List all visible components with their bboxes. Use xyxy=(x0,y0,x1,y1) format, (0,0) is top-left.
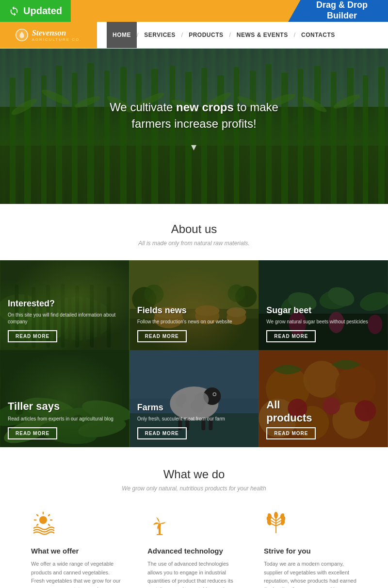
hero-text: We cultivate new crops to makefarmers in… xyxy=(110,99,278,132)
svg-line-139 xyxy=(271,523,276,526)
svg-line-130 xyxy=(37,524,38,525)
offer-icon xyxy=(31,511,124,540)
card-fields-content: Fields news Follow the production's news… xyxy=(137,305,251,342)
card-tiller-title: Tiller says xyxy=(8,400,122,413)
svg-line-145 xyxy=(276,523,281,526)
svg-point-147 xyxy=(274,512,278,519)
about-title: About us xyxy=(10,222,378,236)
nav-links: HOME ▾ / SERVICES / PRODUCTS / NEWS & EV… xyxy=(97,22,341,48)
feature-strive-desc: Today we are a modern company, supplier … xyxy=(264,560,357,588)
card-tiller[interactable]: Tiller says Read articles from experts i… xyxy=(0,350,129,447)
card-allproducts[interactable]: Allproducts READ MORE xyxy=(259,350,388,447)
hero-chevron-icon[interactable]: ▾ xyxy=(110,141,278,153)
feature-strive-title: Strive for you xyxy=(264,547,357,555)
technology-icon-svg xyxy=(147,511,172,536)
feature-offer-desc: We offer a wide range of vegetable produ… xyxy=(31,560,124,588)
nav-news[interactable]: NEWS & EVENTS xyxy=(231,22,294,48)
logo-icon xyxy=(15,28,29,42)
hero-section: We cultivate new crops to makefarmers in… xyxy=(0,49,388,204)
card-sugar[interactable]: Sugar beet We grow natural sugar beets w… xyxy=(259,260,388,350)
refresh-icon xyxy=(9,6,19,17)
strive-icon-svg xyxy=(264,511,288,536)
feature-technology-title: Advanced technology xyxy=(147,547,241,555)
card-farms-content: Farms Only fresh, succulent meat from ou… xyxy=(137,403,251,439)
svg-line-127 xyxy=(48,524,49,525)
svg-line-128 xyxy=(37,515,38,516)
card-farms-btn[interactable]: READ MORE xyxy=(137,427,187,439)
card-allproducts-title: Allproducts xyxy=(266,399,380,424)
card-tiller-desc: Read articles from experts in our agricu… xyxy=(8,416,122,422)
feature-technology: Advanced technology The use of advanced … xyxy=(136,506,252,588)
cards-grid-row1: Interested? On this site you will find d… xyxy=(0,260,388,350)
card-farms[interactable]: Farms Only fresh, succulent meat from ou… xyxy=(129,350,259,447)
card-sugar-content: Sugar beet We grow natural sugar beets w… xyxy=(266,305,380,342)
feature-offer: What we offer We offer a wide range of v… xyxy=(19,506,136,588)
svg-point-123 xyxy=(39,516,47,524)
technology-icon xyxy=(147,511,241,540)
svg-rect-132 xyxy=(159,526,161,535)
navbar: Stevenson AGRICULTURE CO. HOME ▾ / SERVI… xyxy=(0,22,388,49)
card-allproducts-btn[interactable]: READ MORE xyxy=(266,427,316,439)
card-tiller-content: Tiller says Read articles from experts i… xyxy=(8,400,122,439)
drag-drop-label: Drag & DropBuilder xyxy=(316,0,368,21)
card-allproducts-content: Allproducts READ MORE xyxy=(266,399,380,439)
nav-home[interactable]: HOME ▾ xyxy=(107,22,137,48)
svg-line-125 xyxy=(48,515,49,516)
card-interested-btn[interactable]: READ MORE xyxy=(8,330,57,342)
about-subtitle: All is made only from natural raw materi… xyxy=(10,240,378,247)
cards-grid-row2: Tiller says Read articles from experts i… xyxy=(0,350,388,447)
card-fields-desc: Follow the production's news on our webs… xyxy=(137,319,251,325)
logo-text: Stevenson xyxy=(32,28,66,37)
whatwedo-section: What we do We grow only natural, nutriti… xyxy=(0,447,388,588)
about-section: About us All is made only from natural r… xyxy=(0,204,388,260)
card-sugar-desc: We grow natural sugar beets without pest… xyxy=(266,319,380,325)
logo-area[interactable]: Stevenson AGRICULTURE CO. xyxy=(0,22,97,48)
offer-icon-svg xyxy=(31,511,55,536)
whatwedo-title: What we do xyxy=(10,468,378,481)
logo-sub: AGRICULTURE CO. xyxy=(32,37,81,42)
card-farms-title: Farms xyxy=(137,403,251,413)
features-grid: What we offer We offer a wide range of v… xyxy=(10,492,378,588)
strive-icon xyxy=(264,511,357,540)
card-fields-btn[interactable]: READ MORE xyxy=(137,330,187,342)
card-sugar-btn[interactable]: READ MORE xyxy=(266,330,316,342)
updated-label: Updated xyxy=(23,5,62,17)
card-interested-desc: On this site you will find detailed info… xyxy=(8,312,122,325)
hero-bold-text: new crops xyxy=(176,101,234,114)
nav-contacts[interactable]: CONTACTS xyxy=(295,22,341,48)
nav-products[interactable]: PRODUCTS xyxy=(183,22,229,48)
feature-strive: Strive for you Today we are a modern com… xyxy=(252,506,369,588)
updated-badge: Updated xyxy=(0,0,71,22)
card-fields[interactable]: Fields news Follow the production's news… xyxy=(129,260,259,350)
card-sugar-title: Sugar beet xyxy=(266,305,380,316)
hero-content: We cultivate new crops to makefarmers in… xyxy=(100,89,288,163)
nav-services[interactable]: SERVICES xyxy=(138,22,181,48)
card-tiller-btn[interactable]: READ MORE xyxy=(8,427,57,439)
card-interested[interactable]: Interested? On this site you will find d… xyxy=(0,260,129,350)
feature-offer-title: What we offer xyxy=(31,547,124,555)
card-farms-desc: Only fresh, succulent meat from our farm xyxy=(137,416,251,422)
card-fields-title: Fields news xyxy=(137,305,251,316)
feature-technology-desc: The use of advanced technologies allows … xyxy=(147,560,241,588)
card-interested-content: Interested? On this site you will find d… xyxy=(8,299,122,342)
card-interested-title: Interested? xyxy=(8,299,122,309)
whatwedo-subtitle: We grow only natural, nutritious product… xyxy=(10,485,378,492)
